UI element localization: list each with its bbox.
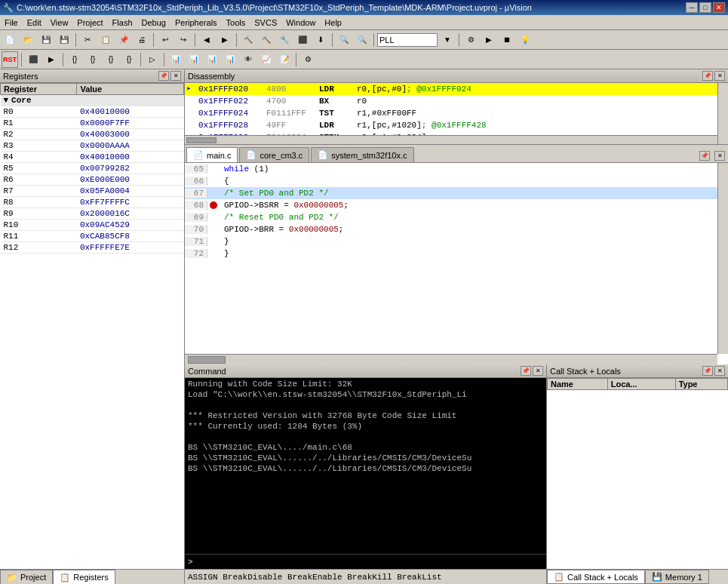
menu-project[interactable]: Project [72, 17, 107, 29]
menu-window[interactable]: Window [281, 17, 320, 29]
tb2-settings[interactable]: ⚙ [299, 51, 316, 68]
disassembly-pin[interactable]: 📌 [702, 71, 713, 81]
command-pin[interactable]: 📌 [521, 366, 531, 376]
tb2-step3[interactable]: {} [103, 51, 119, 68]
tb-build[interactable]: 🔨 [240, 32, 256, 48]
menu-file[interactable]: File [0, 17, 23, 29]
tb2-dbg1[interactable]: ▷ [144, 51, 161, 68]
tb2-mem[interactable]: 📊 [186, 51, 202, 68]
tb-dbg-cmd[interactable]: 💡 [517, 32, 533, 48]
tb-download[interactable]: ⬇ [312, 32, 329, 48]
close-button[interactable]: ✕ [713, 2, 725, 13]
menu-tools[interactable]: Tools [222, 17, 250, 29]
tb-copy[interactable]: 📋 [97, 32, 114, 48]
editor-hscrollbar[interactable] [185, 354, 717, 364]
tb-dbg-settings[interactable]: ⚙ [462, 32, 479, 48]
title-bar-controls[interactable]: ─ □ ✕ [686, 2, 725, 13]
command-controls[interactable]: 📌 ✕ [521, 366, 543, 376]
tb-redo[interactable]: ↪ [175, 32, 192, 48]
tb-paste[interactable]: 📌 [115, 32, 132, 48]
callstack-pin[interactable]: 📌 [702, 366, 713, 376]
tb-cut[interactable]: ✂ [79, 32, 96, 48]
tb2-watch[interactable]: 👁 [240, 51, 256, 68]
target-input[interactable] [377, 33, 438, 47]
tb2-rst[interactable]: RST [2, 51, 18, 68]
sep12 [296, 53, 296, 66]
code-text: while (1) [220, 164, 269, 174]
menu-svcs[interactable]: SVCS [250, 17, 281, 29]
disasm-addr: 0x1FFFF020 [198, 85, 266, 94]
tb-dbg-run[interactable]: ▶ [481, 32, 497, 48]
tb-build2[interactable]: 🔨 [258, 32, 275, 48]
disassembly-scrollbar[interactable] [717, 83, 728, 144]
maximize-button[interactable]: □ [699, 2, 711, 13]
register-name: R12 [1, 242, 77, 254]
tb2-code[interactable]: 📊 [204, 51, 220, 68]
tb2-sym[interactable]: 📝 [276, 51, 293, 68]
code-line: 65 while (1) [185, 163, 728, 175]
disassembly-hscrollbar[interactable] [185, 135, 717, 144]
register-name: R1 [1, 118, 77, 129]
tb-search2[interactable]: 🔍 [354, 32, 370, 48]
registers-table-container[interactable]: Register Value ▼Core R00x40010000R10x000… [0, 83, 184, 569]
tb-nav-fwd[interactable]: ▶ [217, 32, 233, 48]
registers-controls[interactable]: 📌 ✕ [158, 71, 181, 81]
tb-target-select[interactable]: ▼ [439, 32, 456, 48]
minimize-button[interactable]: ─ [686, 2, 698, 13]
tb-open[interactable]: 📂 [20, 32, 36, 48]
editor-pin[interactable]: 📌 [699, 151, 710, 161]
tb-print[interactable]: 🖨 [134, 32, 150, 48]
tb-build3[interactable]: 🔧 [276, 32, 293, 48]
tab-system-stm32[interactable]: 📄 system_stm32f10x.c [311, 147, 413, 162]
tab-main-c[interactable]: 📄 main.c [186, 147, 238, 162]
tb2-stop[interactable]: ⬛ [25, 51, 41, 68]
tb2-code2[interactable]: 📊 [222, 51, 238, 68]
disassembly-hscroll-thumb [186, 137, 217, 143]
disassembly-controls[interactable]: 📌 ✕ [702, 71, 725, 81]
cstab-memory[interactable]: 💾 Memory 1 [645, 570, 709, 584]
menu-flash[interactable]: Flash [108, 17, 137, 29]
tb-nav-back[interactable]: ◀ [198, 32, 215, 48]
tab-project[interactable]: 📁 Project [0, 570, 53, 584]
command-header: Command 📌 ✕ [185, 364, 546, 378]
cstab-callstack[interactable]: 📋 Call Stack + Locals [547, 570, 645, 584]
editor-vscrollbar[interactable] [717, 163, 728, 354]
register-name: R6 [1, 174, 77, 186]
command-line [188, 432, 543, 443]
tb-save[interactable]: 💾 [38, 32, 54, 48]
tab-registers[interactable]: 📋 Registers [53, 570, 115, 584]
tab-core-cm3[interactable]: 📄 core_cm3.c [239, 147, 309, 162]
callstack-close[interactable]: ✕ [714, 366, 725, 376]
editor-close[interactable]: ✕ [714, 151, 725, 161]
disassembly-close[interactable]: ✕ [714, 71, 725, 81]
breakpoint-col[interactable] [207, 201, 220, 209]
tb-save-all[interactable]: 💾 [56, 32, 72, 48]
register-value: 0x2000016C [77, 208, 184, 220]
editor-content[interactable]: 65 while (1) 66 { 67 /* Set PD0 and PD2 … [185, 163, 728, 364]
tb-new[interactable]: 📄 [2, 32, 18, 48]
command-close[interactable]: ✕ [533, 366, 543, 376]
menu-edit[interactable]: Edit [23, 17, 46, 29]
disasm-ops: r1,[pc,#1020] [357, 121, 422, 130]
sep10 [140, 53, 141, 66]
tb-stop[interactable]: ⬛ [294, 32, 311, 48]
menu-help[interactable]: Help [320, 17, 346, 29]
tb-search1[interactable]: 🔍 [336, 32, 352, 48]
menu-peripherals[interactable]: Peripherals [170, 17, 222, 29]
callstack-controls[interactable]: 📌 ✕ [702, 366, 725, 376]
tb2-step2[interactable]: {} [84, 51, 101, 68]
registers-close[interactable]: ✕ [170, 71, 181, 81]
tb2-reg[interactable]: 📊 [167, 51, 184, 68]
command-input[interactable] [193, 558, 543, 567]
disasm-line: ➤ 0x1FFFF020 4800 LDR r0,[pc,#0] ; @0x1F… [185, 83, 728, 95]
registers-pin[interactable]: 📌 [158, 71, 169, 81]
menu-view[interactable]: View [46, 17, 73, 29]
tb2-logic[interactable]: 📈 [258, 51, 275, 68]
tb2-step[interactable]: {} [66, 51, 83, 68]
disasm-ops: r0,[pc,#0] [357, 85, 407, 94]
tb2-step4[interactable]: {} [121, 51, 137, 68]
tb-undo[interactable]: ↩ [157, 32, 174, 48]
menu-debug[interactable]: Debug [137, 17, 170, 29]
tb2-run[interactable]: ▶ [43, 51, 60, 68]
tb-dbg-stop[interactable]: ⏹ [499, 32, 515, 48]
